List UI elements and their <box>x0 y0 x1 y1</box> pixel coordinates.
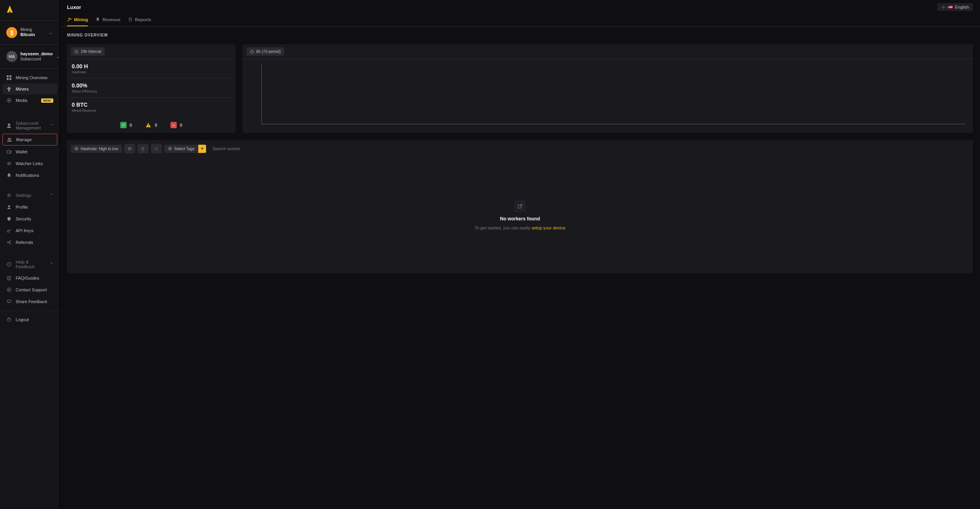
nav-notifications[interactable]: Notifications <box>2 170 57 181</box>
question-icon: ? <box>6 262 12 267</box>
svg-text:?: ? <box>8 263 10 266</box>
sliders-button[interactable] <box>124 144 135 153</box>
book-icon <box>6 275 12 281</box>
chevron-up-icon: ⌃ <box>50 262 53 267</box>
section-settings[interactable]: Settings ⌃ <box>2 190 57 201</box>
worker-search[interactable] <box>208 144 969 153</box>
empty-title: No workers found <box>500 216 540 222</box>
svg-point-43 <box>157 147 158 148</box>
nav-logout[interactable]: Logout <box>2 314 57 325</box>
key-icon <box>6 228 12 233</box>
stats-card: 24h Interval 0.00 H Hashrate 0.00% Share… <box>67 44 235 133</box>
coin-picker-super: Mining <box>20 27 45 32</box>
nav-security[interactable]: Security <box>2 213 57 224</box>
main: Luxor English Mining <box>60 0 980 509</box>
section-subaccount-mgmt[interactable]: Subaccount Management ⌃ <box>2 118 57 133</box>
external-link-icon <box>514 200 526 212</box>
interval-chip[interactable]: 24h Interval <box>71 47 105 56</box>
bell-icon <box>6 173 12 178</box>
subaccount-role: Subaccount <box>20 57 53 62</box>
tab-mining[interactable]: Mining <box>67 14 88 26</box>
tab-revenue[interactable]: Revenue <box>96 14 120 26</box>
gear-icon <box>6 193 12 198</box>
add-tag-button[interactable]: + <box>198 145 206 153</box>
svg-point-41 <box>130 149 131 150</box>
stat-hashrate: 0.00 H Hashrate <box>67 59 235 78</box>
svg-point-40 <box>129 147 130 149</box>
clock-icon <box>250 50 254 54</box>
chevron-down-icon: ⌄ <box>56 54 60 59</box>
worker-status-summary: 0 0 0 <box>67 116 235 133</box>
svg-point-16 <box>7 231 9 233</box>
status-err[interactable]: 0 <box>170 122 182 128</box>
error-icon <box>170 122 177 128</box>
svg-point-6 <box>8 124 10 126</box>
empty-description: To get started, you can easily setup you… <box>475 225 565 230</box>
period-chip[interactable]: 6h (7d period) <box>246 47 284 56</box>
power-icon <box>6 317 12 322</box>
coin-picker[interactable]: ₿ Mining Bitcoin ⌄ <box>2 24 57 41</box>
brand-logo[interactable] <box>0 5 60 20</box>
language-picker[interactable]: English <box>937 3 973 11</box>
users-icon <box>7 137 12 142</box>
nav-watcher-links[interactable]: Watcher Links <box>2 158 57 169</box>
nav-profile[interactable]: Profile <box>2 202 57 213</box>
nav-contact-support[interactable]: Contact Support <box>2 284 57 295</box>
svg-point-29 <box>943 6 944 8</box>
svg-point-7 <box>8 138 9 140</box>
nav-miners[interactable]: Miners <box>2 84 57 95</box>
workers-toolbar: Hashrate: High to low <box>67 140 973 157</box>
bitcoin-icon: ₿ <box>6 27 17 38</box>
filter-button[interactable] <box>151 144 162 153</box>
warning-icon <box>145 122 152 128</box>
document-icon <box>128 17 132 22</box>
lifebuoy-icon <box>6 287 12 293</box>
nav-wallet[interactable]: Wallet <box>2 146 57 157</box>
shield-check-icon <box>120 122 127 128</box>
svg-rect-35 <box>148 126 149 127</box>
language-label: English <box>955 5 969 9</box>
select-tags-chip[interactable]: Select Tags + <box>164 145 207 153</box>
sort-chip[interactable]: Hashrate: High to low <box>71 145 122 153</box>
svg-point-45 <box>169 148 170 149</box>
svg-point-25 <box>8 289 10 291</box>
subaccount-picker[interactable]: HA hayssem_demo Subaccount ⌄ <box>2 48 57 65</box>
chart-card: 6h (7d period) <box>243 44 973 133</box>
subaccount-name: hayssem_demo <box>20 51 53 56</box>
nav-faq[interactable]: FAQ/Guides <box>2 273 57 284</box>
nav-manage[interactable]: Manage <box>2 134 57 145</box>
svg-point-38 <box>76 148 77 149</box>
nav-mining-overview[interactable]: Mining Overview <box>2 72 57 83</box>
setup-device-link[interactable]: setup your device <box>532 225 565 230</box>
section-help[interactable]: ? Help & Feedback ⌃ <box>2 257 57 272</box>
user-icon <box>6 123 12 128</box>
svg-point-15 <box>8 205 10 207</box>
svg-rect-13 <box>9 177 9 178</box>
svg-rect-0 <box>7 75 9 77</box>
hashrate-chart <box>243 59 973 133</box>
avatar: HA <box>6 51 17 62</box>
empty-state: No workers found To get started, you can… <box>67 157 973 273</box>
svg-point-12 <box>9 163 10 164</box>
nav-share-feedback[interactable]: Share Feedback <box>2 296 57 307</box>
svg-rect-2 <box>7 78 9 80</box>
overview-heading: Mining Overview <box>67 33 973 37</box>
status-warn[interactable]: 0 <box>145 122 157 128</box>
svg-point-24 <box>7 288 11 292</box>
nav-referrals[interactable]: Referrals <box>2 237 57 248</box>
tabs: Mining Revenue Reports <box>60 14 980 27</box>
search-input[interactable] <box>208 144 969 153</box>
new-badge: New! <box>41 98 53 103</box>
svg-rect-34 <box>148 124 149 126</box>
chevron-down-icon: ⌄ <box>48 30 53 35</box>
status-ok[interactable]: 0 <box>120 122 132 128</box>
broadcast-icon <box>6 98 12 103</box>
tab-reports[interactable]: Reports <box>128 14 151 26</box>
svg-rect-3 <box>9 78 11 80</box>
shield-icon <box>6 216 12 222</box>
nav-media[interactable]: Media New! <box>2 95 57 106</box>
delete-button[interactable] <box>138 144 149 153</box>
sidebar: ₿ Mining Bitcoin ⌄ HA hayssem_demo Subac… <box>0 0 60 509</box>
nav-api-keys[interactable]: API Keys <box>2 225 57 236</box>
tag-icon <box>168 147 172 151</box>
